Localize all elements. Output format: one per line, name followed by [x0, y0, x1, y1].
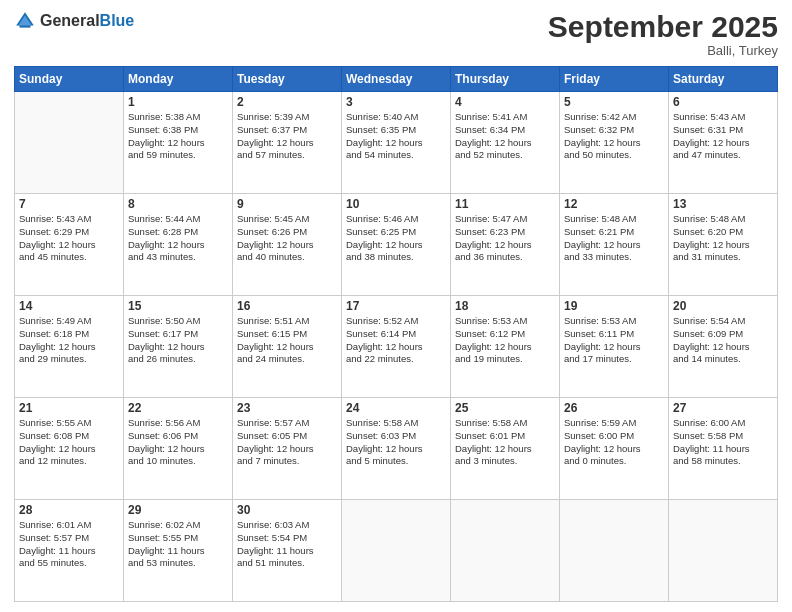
calendar-cell: 12Sunrise: 5:48 AMSunset: 6:21 PMDayligh…: [560, 194, 669, 296]
calendar-cell: 10Sunrise: 5:46 AMSunset: 6:25 PMDayligh…: [342, 194, 451, 296]
day-number: 19: [564, 299, 664, 313]
day-info: Sunrise: 6:00 AMSunset: 5:58 PMDaylight:…: [673, 417, 773, 468]
day-info: Sunrise: 5:54 AMSunset: 6:09 PMDaylight:…: [673, 315, 773, 366]
calendar-table: SundayMondayTuesdayWednesdayThursdayFrid…: [14, 66, 778, 602]
weekday-header-monday: Monday: [124, 67, 233, 92]
calendar-cell: 3Sunrise: 5:40 AMSunset: 6:35 PMDaylight…: [342, 92, 451, 194]
day-number: 29: [128, 503, 228, 517]
day-info: Sunrise: 5:53 AMSunset: 6:12 PMDaylight:…: [455, 315, 555, 366]
calendar-cell: 25Sunrise: 5:58 AMSunset: 6:01 PMDayligh…: [451, 398, 560, 500]
day-number: 3: [346, 95, 446, 109]
calendar-cell: 23Sunrise: 5:57 AMSunset: 6:05 PMDayligh…: [233, 398, 342, 500]
day-number: 16: [237, 299, 337, 313]
calendar-cell: [15, 92, 124, 194]
calendar-cell: [451, 500, 560, 602]
weekday-header-friday: Friday: [560, 67, 669, 92]
day-number: 1: [128, 95, 228, 109]
day-info: Sunrise: 5:55 AMSunset: 6:08 PMDaylight:…: [19, 417, 119, 468]
day-info: Sunrise: 5:49 AMSunset: 6:18 PMDaylight:…: [19, 315, 119, 366]
calendar-week-2: 7Sunrise: 5:43 AMSunset: 6:29 PMDaylight…: [15, 194, 778, 296]
day-number: 8: [128, 197, 228, 211]
day-info: Sunrise: 5:56 AMSunset: 6:06 PMDaylight:…: [128, 417, 228, 468]
calendar-cell: 15Sunrise: 5:50 AMSunset: 6:17 PMDayligh…: [124, 296, 233, 398]
calendar-cell: [560, 500, 669, 602]
day-info: Sunrise: 5:51 AMSunset: 6:15 PMDaylight:…: [237, 315, 337, 366]
day-info: Sunrise: 5:42 AMSunset: 6:32 PMDaylight:…: [564, 111, 664, 162]
day-number: 13: [673, 197, 773, 211]
day-number: 2: [237, 95, 337, 109]
day-number: 14: [19, 299, 119, 313]
calendar-cell: 24Sunrise: 5:58 AMSunset: 6:03 PMDayligh…: [342, 398, 451, 500]
calendar-week-3: 14Sunrise: 5:49 AMSunset: 6:18 PMDayligh…: [15, 296, 778, 398]
weekday-header-wednesday: Wednesday: [342, 67, 451, 92]
day-info: Sunrise: 5:47 AMSunset: 6:23 PMDaylight:…: [455, 213, 555, 264]
day-info: Sunrise: 5:59 AMSunset: 6:00 PMDaylight:…: [564, 417, 664, 468]
calendar-cell: 30Sunrise: 6:03 AMSunset: 5:54 PMDayligh…: [233, 500, 342, 602]
day-number: 25: [455, 401, 555, 415]
day-info: Sunrise: 5:48 AMSunset: 6:20 PMDaylight:…: [673, 213, 773, 264]
day-number: 21: [19, 401, 119, 415]
logo: GeneralBlue: [14, 10, 134, 32]
day-number: 17: [346, 299, 446, 313]
day-number: 6: [673, 95, 773, 109]
calendar-cell: 2Sunrise: 5:39 AMSunset: 6:37 PMDaylight…: [233, 92, 342, 194]
day-info: Sunrise: 5:46 AMSunset: 6:25 PMDaylight:…: [346, 213, 446, 264]
calendar-cell: 1Sunrise: 5:38 AMSunset: 6:38 PMDaylight…: [124, 92, 233, 194]
calendar-cell: 6Sunrise: 5:43 AMSunset: 6:31 PMDaylight…: [669, 92, 778, 194]
day-number: 30: [237, 503, 337, 517]
day-number: 20: [673, 299, 773, 313]
svg-rect-2: [20, 25, 31, 27]
day-number: 4: [455, 95, 555, 109]
day-info: Sunrise: 5:40 AMSunset: 6:35 PMDaylight:…: [346, 111, 446, 162]
logo-blue: Blue: [100, 12, 135, 29]
day-number: 12: [564, 197, 664, 211]
location: Balli, Turkey: [548, 43, 778, 58]
day-info: Sunrise: 5:57 AMSunset: 6:05 PMDaylight:…: [237, 417, 337, 468]
day-number: 10: [346, 197, 446, 211]
weekday-header-saturday: Saturday: [669, 67, 778, 92]
day-info: Sunrise: 5:41 AMSunset: 6:34 PMDaylight:…: [455, 111, 555, 162]
calendar-cell: 14Sunrise: 5:49 AMSunset: 6:18 PMDayligh…: [15, 296, 124, 398]
calendar-cell: 17Sunrise: 5:52 AMSunset: 6:14 PMDayligh…: [342, 296, 451, 398]
logo-text: GeneralBlue: [40, 12, 134, 30]
day-info: Sunrise: 5:39 AMSunset: 6:37 PMDaylight:…: [237, 111, 337, 162]
day-info: Sunrise: 5:48 AMSunset: 6:21 PMDaylight:…: [564, 213, 664, 264]
day-number: 18: [455, 299, 555, 313]
calendar-cell: 5Sunrise: 5:42 AMSunset: 6:32 PMDaylight…: [560, 92, 669, 194]
calendar-cell: 29Sunrise: 6:02 AMSunset: 5:55 PMDayligh…: [124, 500, 233, 602]
calendar-cell: 18Sunrise: 5:53 AMSunset: 6:12 PMDayligh…: [451, 296, 560, 398]
calendar-cell: 4Sunrise: 5:41 AMSunset: 6:34 PMDaylight…: [451, 92, 560, 194]
calendar-cell: 22Sunrise: 5:56 AMSunset: 6:06 PMDayligh…: [124, 398, 233, 500]
day-number: 9: [237, 197, 337, 211]
calendar-cell: [669, 500, 778, 602]
day-number: 5: [564, 95, 664, 109]
day-number: 15: [128, 299, 228, 313]
logo-icon: [14, 10, 36, 32]
calendar-cell: 20Sunrise: 5:54 AMSunset: 6:09 PMDayligh…: [669, 296, 778, 398]
weekday-header-sunday: Sunday: [15, 67, 124, 92]
calendar-cell: 9Sunrise: 5:45 AMSunset: 6:26 PMDaylight…: [233, 194, 342, 296]
calendar-cell: 11Sunrise: 5:47 AMSunset: 6:23 PMDayligh…: [451, 194, 560, 296]
calendar-week-1: 1Sunrise: 5:38 AMSunset: 6:38 PMDaylight…: [15, 92, 778, 194]
day-number: 26: [564, 401, 664, 415]
weekday-header-tuesday: Tuesday: [233, 67, 342, 92]
logo-general: General: [40, 12, 100, 29]
calendar-cell: 27Sunrise: 6:00 AMSunset: 5:58 PMDayligh…: [669, 398, 778, 500]
calendar-cell: 7Sunrise: 5:43 AMSunset: 6:29 PMDaylight…: [15, 194, 124, 296]
calendar-cell: 13Sunrise: 5:48 AMSunset: 6:20 PMDayligh…: [669, 194, 778, 296]
day-number: 27: [673, 401, 773, 415]
calendar-cell: [342, 500, 451, 602]
calendar-week-5: 28Sunrise: 6:01 AMSunset: 5:57 PMDayligh…: [15, 500, 778, 602]
day-number: 7: [19, 197, 119, 211]
day-number: 28: [19, 503, 119, 517]
day-info: Sunrise: 5:43 AMSunset: 6:31 PMDaylight:…: [673, 111, 773, 162]
day-info: Sunrise: 6:01 AMSunset: 5:57 PMDaylight:…: [19, 519, 119, 570]
weekday-header-row: SundayMondayTuesdayWednesdayThursdayFrid…: [15, 67, 778, 92]
month-title: September 2025: [548, 10, 778, 43]
title-block: September 2025 Balli, Turkey: [548, 10, 778, 58]
calendar-cell: 26Sunrise: 5:59 AMSunset: 6:00 PMDayligh…: [560, 398, 669, 500]
calendar-week-4: 21Sunrise: 5:55 AMSunset: 6:08 PMDayligh…: [15, 398, 778, 500]
day-info: Sunrise: 5:53 AMSunset: 6:11 PMDaylight:…: [564, 315, 664, 366]
day-number: 11: [455, 197, 555, 211]
day-info: Sunrise: 6:02 AMSunset: 5:55 PMDaylight:…: [128, 519, 228, 570]
